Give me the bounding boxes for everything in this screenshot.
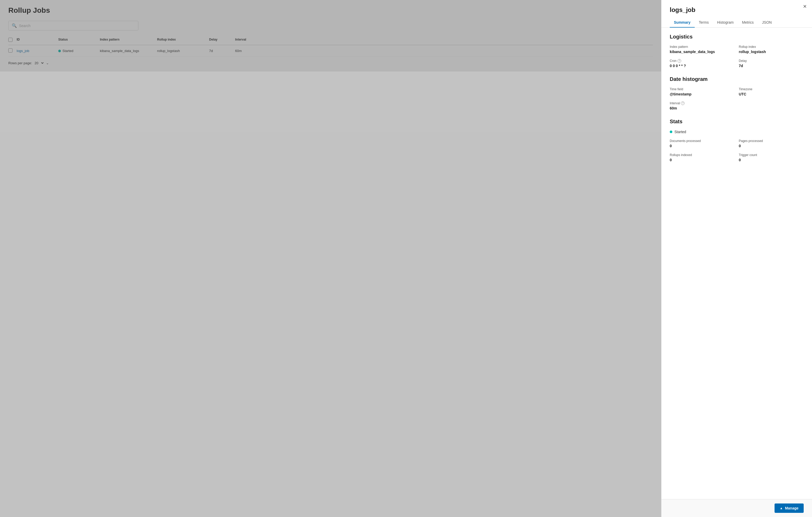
search-placeholder: Search: [19, 24, 30, 28]
timezone-info: Timezone UTC: [739, 87, 804, 96]
manage-button[interactable]: ▲ Manage: [775, 504, 804, 513]
close-button[interactable]: ✕: [803, 4, 807, 9]
status-badge: Started: [58, 49, 100, 53]
manage-button-label: Manage: [785, 506, 799, 510]
row-checkbox[interactable]: [8, 48, 12, 53]
delay-cell: 7d: [209, 49, 235, 53]
status-text: Started: [62, 49, 74, 53]
search-bar[interactable]: 🔍 Search: [8, 21, 138, 30]
col-id: ID: [17, 38, 58, 42]
col-index-pattern: Index pattern: [100, 38, 157, 42]
documents-processed-label: Documents processed: [670, 139, 735, 143]
delay-label: Delay: [739, 59, 804, 63]
date-histogram-title: Date histogram: [670, 76, 804, 82]
status-dot: [58, 50, 61, 52]
interval-label: Interval: [670, 102, 680, 105]
rollup-index-info: Rollup index rollup_logstash: [739, 45, 804, 54]
tab-summary[interactable]: Summary: [670, 18, 695, 28]
rows-per-page-label: Rows per page:: [8, 61, 32, 65]
trigger-count-value: 0: [739, 158, 804, 162]
documents-processed-value: 0: [670, 144, 735, 148]
timezone-label: Timezone: [739, 87, 804, 91]
trigger-count-info: Trigger count 0: [739, 153, 804, 162]
tab-terms[interactable]: Terms: [695, 18, 713, 28]
flyout-tabs: Summary Terms Histogram Metrics JSON: [670, 18, 804, 27]
rollup-index-label: Rollup index: [739, 45, 804, 49]
stats-status-dot: [670, 131, 672, 133]
tab-metrics[interactable]: Metrics: [738, 18, 758, 28]
interval-cell: 60m: [235, 49, 256, 53]
col-delay: Delay: [209, 38, 235, 42]
cron-value: 0 0 0 * * ?: [670, 64, 735, 68]
jobs-table: ID Status Index pattern Rollup index Del…: [8, 36, 653, 57]
stats-grid: Documents processed 0 Pages processed 0 …: [670, 139, 804, 162]
index-pattern-value: kibana_sample_data_logs: [670, 50, 735, 54]
logistics-title: Logistics: [670, 34, 804, 40]
interval-label-row: Interval ?: [670, 102, 735, 105]
pages-processed-label: Pages processed: [739, 139, 804, 143]
tab-histogram[interactable]: Histogram: [713, 18, 738, 28]
col-status: Status: [58, 38, 100, 42]
tab-json[interactable]: JSON: [758, 18, 776, 28]
time-field-label: Time field: [670, 87, 735, 91]
timezone-value: UTC: [739, 92, 804, 96]
rollup-index-value: rollup_logstash: [739, 50, 804, 54]
table-header: ID Status Index pattern Rollup index Del…: [8, 36, 653, 45]
pages-processed-value: 0: [739, 144, 804, 148]
table-row: logs_job Started kibana_sample_data_logs…: [8, 45, 653, 57]
cron-help-icon[interactable]: ?: [677, 59, 681, 63]
select-all-checkbox[interactable]: [8, 38, 12, 42]
rows-per-page-select[interactable]: 20 50 100: [33, 61, 45, 65]
rollups-indexed-value: 0: [670, 158, 735, 162]
flyout-content: Logistics Index pattern kibana_sample_da…: [661, 28, 812, 499]
index-pattern-label: Index pattern: [670, 45, 735, 49]
index-pattern-info: Index pattern kibana_sample_data_logs: [670, 45, 735, 54]
cron-label: Cron: [670, 59, 676, 63]
col-rollup-index: Rollup index: [157, 38, 209, 42]
logistics-grid: Index pattern kibana_sample_data_logs Ro…: [670, 45, 804, 68]
chevron-down-icon: ⌄: [46, 61, 49, 65]
flyout-footer: ▲ Manage: [661, 499, 812, 517]
search-icon: 🔍: [12, 23, 17, 28]
date-histogram-grid: Time field @timestamp Timezone UTC Inter…: [670, 87, 804, 110]
rollups-indexed-label: Rollups indexed: [670, 153, 735, 157]
flyout-title: logs_job: [670, 6, 804, 13]
rows-per-page: Rows per page: 20 50 100 ⌄: [8, 61, 653, 65]
stats-title: Stats: [670, 119, 804, 124]
rollup-index-cell: rollup_logstash: [157, 49, 209, 53]
pages-processed-info: Pages processed 0: [739, 139, 804, 148]
documents-processed-info: Documents processed 0: [670, 139, 735, 148]
time-field-info: Time field @timestamp: [670, 87, 735, 96]
flyout-header: ✕ logs_job Summary Terms Histogram Metri…: [661, 0, 812, 28]
interval-info: Interval ? 60m: [670, 102, 735, 110]
stats-status-text: Started: [674, 130, 686, 134]
delay-value: 7d: [739, 64, 804, 68]
col-interval: Interval: [235, 38, 256, 42]
index-pattern-cell: kibana_sample_data_logs: [100, 49, 157, 53]
stats-status-row: Started: [670, 130, 804, 134]
chevron-up-icon: ▲: [780, 506, 783, 510]
flyout-panel: ✕ logs_job Summary Terms Histogram Metri…: [661, 0, 812, 517]
cron-info: Cron ? 0 0 0 * * ?: [670, 59, 735, 68]
delay-info: Delay 7d: [739, 59, 804, 68]
interval-value: 60m: [670, 106, 735, 110]
rollups-indexed-info: Rollups indexed 0: [670, 153, 735, 162]
job-link[interactable]: logs_job: [17, 49, 29, 53]
interval-help-icon[interactable]: ?: [681, 102, 685, 105]
cron-label-row: Cron ?: [670, 59, 735, 63]
time-field-value: @timestamp: [670, 92, 735, 96]
page-title: Rollup Jobs: [8, 6, 653, 15]
trigger-count-label: Trigger count: [739, 153, 804, 157]
